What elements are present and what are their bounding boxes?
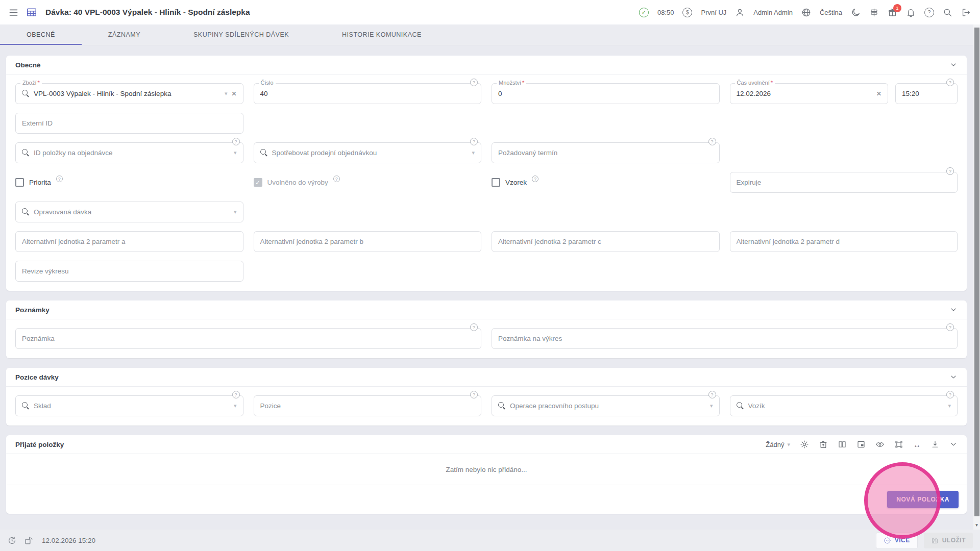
opravovana-davka-field[interactable]: Opravovaná dávka ▾ (15, 202, 243, 222)
user-icon[interactable] (735, 8, 745, 17)
clear-icon[interactable]: × (876, 89, 881, 98)
chevron-down-icon[interactable]: ▾ (234, 403, 237, 409)
signpost-icon[interactable] (869, 8, 879, 17)
checkbox-help-icon[interactable]: ? (532, 176, 538, 182)
chevron-down-icon[interactable]: ▾ (710, 403, 713, 409)
mnozstvi-field[interactable]: Množství* 0 (492, 83, 720, 104)
selection-frame-icon[interactable] (894, 440, 903, 449)
filter-select[interactable]: Žádný ▾ (766, 441, 790, 448)
sklad-field[interactable]: Sklad ▾ ? (15, 395, 243, 416)
checkbox-help-icon[interactable]: ? (56, 176, 63, 182)
section-poznamky-header[interactable]: Poznámky (6, 300, 967, 319)
expand-width-icon[interactable]: ↔ (913, 440, 921, 449)
field-placeholder: Sklad (34, 402, 51, 410)
checkbox-unchecked[interactable] (492, 178, 500, 187)
chevron-down-icon: ▾ (787, 441, 790, 448)
scrollbar-thumb[interactable] (974, 28, 979, 516)
cislo-field[interactable]: Číslo 40 ? (254, 83, 482, 104)
scrollbar-down-arrow[interactable]: ▼ (973, 523, 980, 528)
chevron-down-icon[interactable]: ▾ (948, 403, 951, 409)
collapse-chevron-icon[interactable] (949, 440, 958, 448)
field-help-icon[interactable]: ? (232, 138, 240, 145)
field-help-icon[interactable]: ? (232, 391, 240, 398)
chevron-down-icon[interactable]: ▾ (234, 209, 237, 215)
user-name[interactable]: Admin Admin (753, 9, 793, 16)
more-button[interactable]: VÍCE (876, 532, 918, 549)
vozik-field[interactable]: Vozík ▾ ? (730, 395, 958, 416)
id-polozky-na-objednavce-field[interactable]: ID položky na objednávce ▾ ? (15, 142, 243, 163)
spotrebovat-prodejni-objednavkou-field[interactable]: Spotřebovat prodejní objednávkou ▾ ? (254, 142, 482, 163)
notifications-bell-icon[interactable] (906, 8, 916, 17)
new-item-button[interactable]: NOVÁ POLOŽKA (887, 491, 959, 508)
collapse-chevron-icon[interactable] (949, 373, 958, 381)
hamburger-menu-icon[interactable] (8, 7, 19, 18)
download-icon[interactable] (930, 440, 940, 449)
restore-form-icon[interactable] (24, 536, 34, 545)
alt-jednotka-parametr-a-field[interactable]: Alternativní jednotka 2 parametr a (15, 231, 243, 252)
visibility-eye-icon[interactable] (875, 440, 885, 449)
pozice-field[interactable]: Pozice ? (254, 395, 482, 416)
field-help-icon[interactable]: ? (946, 391, 954, 398)
tab-obecne[interactable]: OBECNÉ (0, 24, 82, 45)
cas-uvolneni-time-field[interactable]: 15:20 ? (895, 83, 958, 104)
top-app-bar: Dávka: 40 VPL-0003 Výpalek - Hliník - Sp… (0, 0, 980, 24)
field-help-icon[interactable]: ? (946, 167, 954, 175)
globe-icon[interactable] (801, 8, 811, 17)
externi-id-field[interactable]: Externí ID (15, 113, 243, 134)
field-help-icon[interactable]: ? (708, 391, 716, 398)
collapse-chevron-icon[interactable] (949, 61, 958, 69)
section-pozice-davky-header[interactable]: Pozice dávky (6, 368, 967, 387)
field-help-icon[interactable]: ? (470, 391, 478, 398)
operace-pracovniho-postupu-field[interactable]: Operace pracovního postupu ▾ ? (492, 395, 720, 416)
table-footer: NOVÁ POLOŽKA (6, 485, 967, 514)
tab-zaznamy[interactable]: ZÁZNAMY (82, 24, 167, 45)
logout-icon[interactable] (961, 8, 971, 17)
field-help-icon[interactable]: ? (470, 79, 478, 86)
revize-vykresu-field[interactable]: Revize výkresu (15, 261, 243, 282)
whats-new-gift-icon[interactable]: 1 (888, 8, 897, 17)
field-help-icon[interactable]: ? (708, 138, 716, 145)
checkbox-help-icon[interactable]: ? (333, 176, 340, 182)
help-icon[interactable]: ? (924, 8, 934, 17)
zbozi-field[interactable]: Zboží* VPL-0003 Výpalek - Hliník - Spodn… (15, 83, 243, 104)
field-help-icon[interactable]: ? (470, 323, 478, 331)
vertical-scrollbar[interactable]: ▼ (973, 24, 980, 530)
settings-gear-icon[interactable] (800, 440, 809, 449)
alt-jednotka-parametr-c-field[interactable]: Alternativní jednotka 2 parametr c (492, 231, 720, 252)
vzorek-checkbox[interactable]: Vzorek ? (492, 172, 720, 193)
chevron-down-icon[interactable]: ▾ (472, 149, 475, 156)
checkbox-unchecked[interactable] (15, 178, 24, 187)
save-button[interactable]: ULOŽIT (924, 533, 973, 548)
field-help-icon[interactable]: ? (946, 323, 954, 331)
split-columns-icon[interactable] (838, 440, 847, 449)
accounting-unit-label[interactable]: První UJ (701, 9, 726, 16)
search-icon (22, 402, 30, 410)
collapse-chevron-icon[interactable] (949, 306, 958, 314)
dark-mode-moon-icon[interactable] (851, 8, 861, 17)
picture-in-picture-icon[interactable] (856, 440, 866, 449)
field-help-icon[interactable]: ? (470, 138, 478, 145)
alt-jednotka-parametr-b-field[interactable]: Alternativní jednotka 2 parametr b (254, 231, 482, 252)
poznamka-field[interactable]: Poznámka ? (15, 328, 481, 349)
tab-historie-komunikace[interactable]: HISTORIE KOMUNIKACE (315, 24, 448, 45)
section-obecne-header[interactable]: Obecné (6, 56, 967, 74)
expiruje-field[interactable]: Expiruje ? (730, 172, 958, 193)
uvolneno-do-vyroby-checkbox[interactable]: ✓ Uvolněno do výroby ? (254, 172, 482, 193)
field-help-icon[interactable]: ? (946, 79, 954, 86)
currency-unit-icon[interactable]: $ (682, 8, 692, 17)
tab-skupiny-sdilenych-davek[interactable]: SKUPINY SDÍLENÝCH DÁVEK (167, 24, 315, 45)
priorita-checkbox[interactable]: Priorita ? (15, 172, 243, 193)
chevron-down-icon[interactable]: ▾ (225, 90, 228, 97)
search-icon[interactable] (943, 8, 952, 17)
chevron-down-icon[interactable]: ▾ (234, 149, 237, 156)
empty-state-message: Zatím nebylo nic přidáno... (6, 454, 967, 485)
gift-badge: 1 (893, 4, 901, 12)
archive-trash-icon[interactable] (819, 440, 828, 449)
cas-uvolneni-date-field[interactable]: Čas uvolnění* 12.02.2026 × (730, 83, 889, 104)
poznamka-na-vykres-field[interactable]: Poznámka na výkres ? (492, 328, 958, 349)
alt-jednotka-parametr-d-field[interactable]: Alternativní jednotka 2 parametr d (730, 231, 958, 252)
history-icon[interactable] (7, 536, 17, 545)
clear-icon[interactable]: × (232, 89, 237, 98)
pozadovany-termin-field[interactable]: Požadovaný termín ? (492, 142, 720, 163)
language-label[interactable]: Čeština (820, 9, 842, 16)
